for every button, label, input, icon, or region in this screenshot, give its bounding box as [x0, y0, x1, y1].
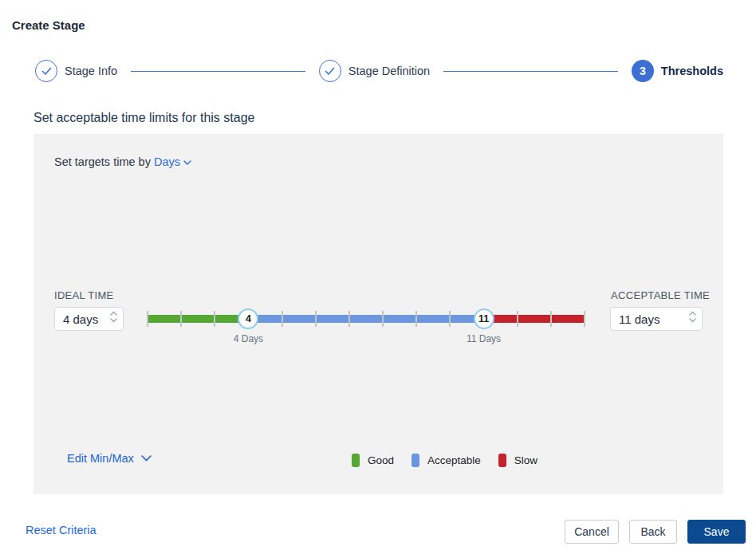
check-circle-icon [35, 60, 57, 82]
slider-tick [584, 311, 585, 327]
legend-label: Acceptable [427, 454, 481, 466]
step-stage-info[interactable]: Stage Info [35, 60, 117, 82]
step-label: Stage Info [65, 65, 117, 77]
segment-good [148, 315, 248, 323]
legend-item: Good [352, 454, 394, 467]
slider-tick [348, 311, 350, 327]
step-label: Thresholds [661, 65, 723, 77]
acceptable-handle-value: 11 [478, 313, 489, 324]
step-stage-definition[interactable]: Stage Definition [319, 60, 430, 82]
chevron-up-icon [110, 311, 117, 316]
legend: GoodAcceptableSlow [352, 454, 537, 467]
edit-minmax-label: Edit Min/Max [67, 452, 134, 465]
slider-track: 4 11 4 Days 11 Days [148, 306, 585, 343]
slider-tick [382, 311, 384, 327]
acceptable-handle[interactable]: 11 [474, 308, 494, 329]
stepper-connector [131, 71, 305, 72]
legend-item: Acceptable [411, 454, 481, 467]
create-stage-dialog: Create Stage Stage Info Stage Definition… [0, 0, 756, 554]
legend-swatch [498, 454, 506, 467]
acceptable-time-label: ACCEPTABLE TIME [611, 289, 710, 301]
chevron-down-icon [141, 455, 152, 462]
ideal-time-spinner [110, 311, 117, 323]
slider-tick [517, 311, 518, 327]
chevron-down-icon [183, 160, 191, 165]
step-label: Stage Definition [348, 65, 430, 77]
unit-dropdown-value: Days [154, 155, 180, 168]
legend-swatch [352, 454, 360, 467]
save-button[interactable]: Save [687, 520, 746, 544]
stepper-connector [443, 71, 618, 72]
check-circle-icon [319, 60, 341, 82]
acceptable-time-field [610, 307, 703, 331]
ideal-time-decrement[interactable] [110, 318, 117, 323]
slider-tick [315, 311, 317, 327]
cancel-button[interactable]: Cancel [565, 520, 619, 544]
slider-tick [180, 311, 182, 327]
chevron-down-icon [689, 318, 696, 323]
acceptable-time-decrement[interactable] [689, 318, 696, 323]
segment-slow [484, 315, 585, 323]
section-heading: Set acceptable time limits for this stag… [33, 111, 254, 125]
thresholds-panel: Set targets time by Days IDEAL TIME ACCE… [33, 134, 723, 494]
ideal-time-increment[interactable] [110, 311, 117, 316]
reset-criteria-link[interactable]: Reset Criteria [26, 524, 96, 536]
legend-item: Slow [498, 454, 537, 467]
slider-tick [282, 311, 283, 327]
chevron-up-icon [689, 311, 696, 316]
slider-tick [415, 311, 417, 327]
acceptable-time-input[interactable] [611, 308, 702, 330]
legend-label: Good [368, 454, 394, 466]
unit-dropdown[interactable]: Days [154, 155, 191, 168]
set-targets-row: Set targets time by Days [54, 155, 191, 168]
back-button[interactable]: Back [629, 520, 677, 544]
slider-tick [550, 311, 552, 327]
acceptable-time-spinner [689, 311, 696, 323]
slider-tick [147, 311, 148, 327]
wizard-stepper: Stage Info Stage Definition 3 Thresholds [35, 60, 723, 82]
legend-label: Slow [514, 454, 537, 466]
ideal-handle-label: 4 Days [234, 333, 263, 344]
slider-tick [214, 311, 215, 327]
edit-minmax-link[interactable]: Edit Min/Max [67, 452, 152, 465]
chevron-down-icon [110, 318, 117, 323]
legend-swatch [411, 454, 419, 467]
set-targets-label: Set targets time by [54, 155, 151, 168]
ideal-time-field [54, 307, 124, 331]
slider-tick [449, 311, 451, 327]
ideal-handle[interactable]: 4 [238, 308, 258, 329]
step-number-badge: 3 [632, 60, 654, 82]
acceptable-time-increment[interactable] [689, 311, 696, 316]
segment-acceptable [248, 315, 483, 323]
acceptable-handle-label: 11 Days [467, 333, 501, 344]
page-title: Create Stage [12, 18, 85, 32]
ideal-handle-value: 4 [246, 313, 251, 324]
footer-buttons: Cancel Back Save [565, 520, 746, 544]
step-thresholds[interactable]: 3 Thresholds [632, 60, 723, 82]
ideal-time-label: IDEAL TIME [54, 289, 114, 301]
